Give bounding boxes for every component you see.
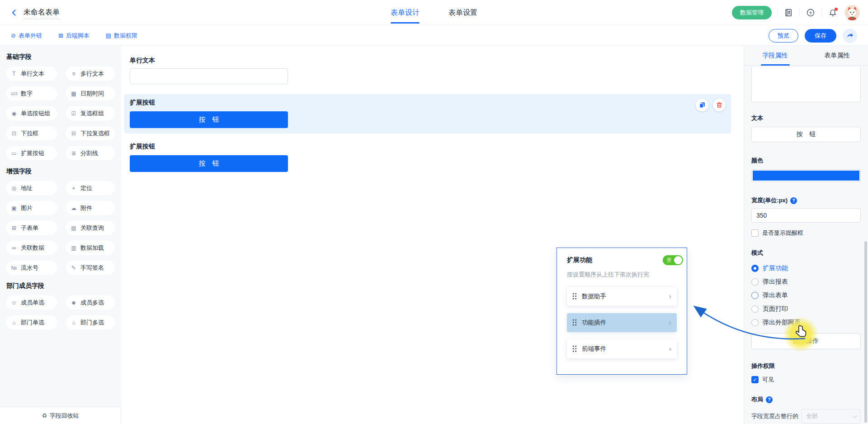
help-icon[interactable]: ? <box>805 7 816 18</box>
mode-option-extend-function[interactable]: 扩展功能 <box>751 262 861 275</box>
contacts-book-icon[interactable] <box>783 7 794 18</box>
divider <box>799 9 800 17</box>
field-pill-divider[interactable]: ≣分割线 <box>66 146 115 160</box>
field-pill-extend-button[interactable]: ▭扩展按钮 <box>6 146 57 160</box>
field-pill-checkbox-group[interactable]: ☑复选框组 <box>66 106 115 120</box>
header-tabs: 表单设计 表单设置 <box>391 0 477 25</box>
popup-item-function-plugin[interactable]: 功能插件 › <box>567 313 677 332</box>
field-pill-address[interactable]: ◎地址 <box>6 181 57 195</box>
popup-item-frontend-event[interactable]: 前端事件 › <box>567 339 677 358</box>
drag-handle-icon[interactable] <box>572 345 577 353</box>
color-picker[interactable] <box>751 169 861 182</box>
drag-handle-icon[interactable] <box>572 293 577 300</box>
field-recycle-bin[interactable]: ♻ 字段回收站 <box>0 407 121 424</box>
radio-icon[interactable] <box>751 319 759 326</box>
field-pill-single-line-text[interactable]: T单行文本 <box>6 67 57 81</box>
field-pill-datetime[interactable]: ▦日期时间 <box>66 86 115 100</box>
notification-bell-icon[interactable] <box>827 7 838 18</box>
mode-option-popup-form[interactable]: 弹出表单 <box>751 289 861 302</box>
tab-form-design[interactable]: 表单设计 <box>391 0 420 25</box>
backend-script-icon: ⊠ <box>58 32 63 39</box>
extend-button[interactable]: 按 钮 <box>130 155 288 172</box>
back-icon[interactable] <box>9 8 19 18</box>
field-pill-dept-single[interactable]: ⌂部门单选 <box>6 315 57 329</box>
checkbox-group-icon: ☑ <box>70 110 78 117</box>
radio-icon[interactable] <box>751 305 759 313</box>
extend-button[interactable]: 按 钮 <box>130 111 288 128</box>
share-button[interactable] <box>843 29 857 43</box>
field-pill-location[interactable]: ⌖定位 <box>66 181 115 195</box>
checkbox-checked-icon[interactable]: ✓ <box>751 376 759 383</box>
toggle-knob <box>674 256 682 264</box>
tab-form-properties[interactable]: 表单属性 <box>806 46 868 65</box>
field-pill-signature[interactable]: ✎手写签名 <box>66 261 115 275</box>
field-pill-dropdown[interactable]: ⊡下拉框 <box>6 126 57 140</box>
divider <box>777 9 778 17</box>
layout-label: 布局 <box>751 395 763 404</box>
mode-option-popup-external-page[interactable]: 弹出外部网页 <box>751 316 861 329</box>
field-pill-attachment[interactable]: ☁附件 <box>66 201 115 215</box>
field-pill-subform[interactable]: ⊞子表单 <box>6 221 57 235</box>
form-external-link[interactable]: ⊘ 表单外链 <box>11 32 42 40</box>
panel-scrollbar[interactable] <box>864 241 867 423</box>
checkbox-unchecked-icon[interactable] <box>751 229 759 237</box>
drag-handle-icon[interactable] <box>572 319 577 326</box>
action-permission-label: 操作权限 <box>751 362 861 370</box>
single-line-text-input[interactable] <box>130 68 288 84</box>
width-input[interactable] <box>751 208 861 223</box>
popup-item-data-assistant[interactable]: 数据助手 › <box>567 287 677 306</box>
field-pill-related-data[interactable]: ∞关联数据 <box>6 241 57 255</box>
backend-script-link[interactable]: ⊠ 后端脚本 <box>58 32 90 40</box>
field-width-row-label: 字段宽度占整行的 <box>751 412 798 420</box>
tab-form-settings[interactable]: 表单设置 <box>448 0 477 25</box>
field-width-select[interactable]: 全部 <box>801 409 861 424</box>
mode-option-page-print[interactable]: 页面打印 <box>751 302 861 316</box>
recycle-icon: ♻ <box>42 412 47 419</box>
extend-function-toggle[interactable]: 开 <box>663 255 683 265</box>
width-help-icon[interactable]: ? <box>790 197 797 204</box>
field-pill-data-load[interactable]: ▥数据加载 <box>66 241 115 255</box>
data-permission-link[interactable]: ▤ 数据权限 <box>106 32 137 40</box>
copy-field-button[interactable] <box>696 99 708 111</box>
app-header: 未命名表单 表单设计 表单设置 数据管理 ? <box>0 0 868 25</box>
multi-line-text-icon: ≡ <box>70 71 78 77</box>
canvas-field-extend-button[interactable]: 扩展按钮 按 钮 <box>124 138 731 177</box>
subform-icon: ⊞ <box>10 225 18 231</box>
field-pill-serial-number[interactable]: №流水号 <box>6 261 57 275</box>
member-multi-icon: ☻ <box>70 300 78 306</box>
tab-field-properties[interactable]: 字段属性 <box>744 46 806 65</box>
radio-icon[interactable] <box>751 292 759 299</box>
radio-group-icon: ◉ <box>10 110 18 117</box>
canvas-field-extend-button-selected[interactable]: 扩展按钮 按 钮 <box>124 94 731 133</box>
layout-help-icon[interactable]: ? <box>766 396 773 403</box>
show-reminder-checkbox[interactable]: 是否显示提醒框 <box>751 229 861 237</box>
canvas-field-single-line-text[interactable]: 单行文本 <box>124 52 731 90</box>
mode-option-popup-report[interactable]: 弹出报表 <box>751 275 861 289</box>
button-text-input[interactable] <box>751 127 861 142</box>
visible-checkbox[interactable]: ✓ 可见 <box>751 376 861 384</box>
preview-button[interactable]: 预览 <box>769 29 798 43</box>
image-icon: ▣ <box>10 205 18 211</box>
location-icon: ⌖ <box>70 185 78 191</box>
radio-selected-icon[interactable] <box>751 265 759 272</box>
form-title[interactable]: 未命名表单 <box>24 8 60 19</box>
field-pill-radio-group[interactable]: ◉单选按钮组 <box>6 106 57 120</box>
signature-icon: ✎ <box>70 265 78 271</box>
field-pill-member-single[interactable]: ☺成员单选 <box>6 295 57 310</box>
avatar[interactable] <box>844 5 860 20</box>
save-button[interactable]: 保存 <box>805 29 836 43</box>
add-action-button[interactable]: 添加操作 <box>751 333 861 349</box>
radio-icon[interactable] <box>751 278 759 286</box>
field-pill-multi-line-text[interactable]: ≡多行文本 <box>66 67 115 81</box>
field-pill-dropdown-multi[interactable]: ⊟下拉复选框 <box>66 126 115 140</box>
data-manage-button[interactable]: 数据管理 <box>732 6 772 19</box>
field-pill-related-query[interactable]: ▤关联查询 <box>66 221 115 235</box>
field-pill-dept-multi[interactable]: ⌂部门多选 <box>66 315 115 329</box>
field-description-textarea[interactable] <box>751 67 861 102</box>
field-pill-member-multi[interactable]: ☻成员多选 <box>66 295 115 310</box>
address-icon: ◎ <box>10 185 18 191</box>
field-pill-number[interactable]: 123数字 <box>6 86 57 100</box>
field-pill-image[interactable]: ▣图片 <box>6 201 57 215</box>
delete-field-button[interactable] <box>713 99 726 111</box>
width-label: 宽度(单位:px) <box>751 196 788 205</box>
